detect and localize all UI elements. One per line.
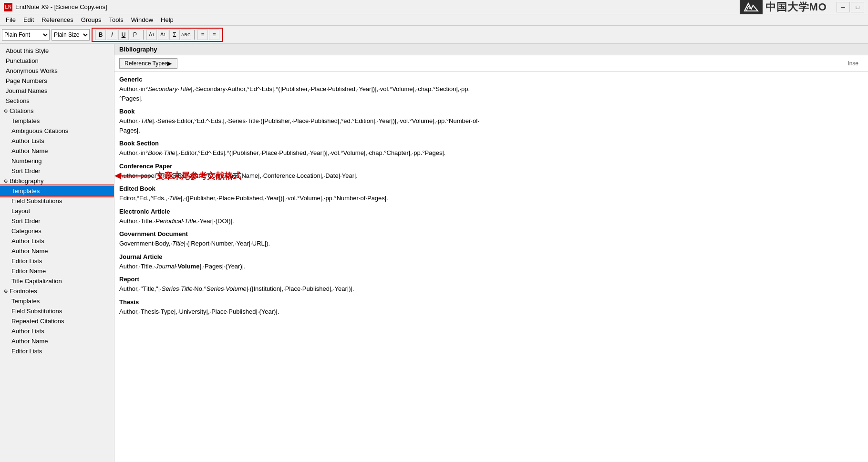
ref-type-editedbook: Edited Book — [119, 185, 863, 192]
content-area: Bibliography Reference Types▶ Inse Gener… — [114, 44, 868, 462]
ref-type-report: Report — [119, 276, 863, 283]
ref-type-book: Book — [119, 108, 863, 115]
menu-window[interactable]: Window — [127, 15, 157, 24]
sidebar-item-anonymous[interactable]: Anonymous Works — [0, 66, 114, 76]
symbol-button[interactable]: Σ — [169, 30, 180, 40]
font-select[interactable]: Plain Font — [2, 29, 50, 41]
sidebar-item-editorname[interactable]: Editor Name — [0, 266, 114, 276]
sidebar-item-sections[interactable]: Sections — [0, 96, 114, 106]
size-select[interactable]: Plain Size — [52, 29, 90, 41]
sidebar-item-bibliography-authorlists[interactable]: Author Lists — [0, 236, 114, 246]
sidebar-item-footnotes-authorname[interactable]: Author Name — [0, 336, 114, 346]
sidebar-item-punctuation[interactable]: Punctuation — [0, 56, 114, 66]
title-bar: EN EndNote X9 - [Science Copy.ens] 中国大学M… — [0, 0, 868, 14]
ref-template-conference: Author,·paper°presented°at°the°Conferenc… — [119, 171, 863, 181]
ref-template-electronic: Author,·Title.·Periodical·Title.·Year|·(… — [119, 216, 863, 226]
menu-groups[interactable]: Groups — [77, 15, 105, 24]
svg-rect-0 — [743, 0, 760, 14]
ref-template-thesis: Author,·Thesis·Type|,·University|,·Place… — [119, 307, 863, 317]
ref-type-electronic: Electronic Article — [119, 208, 863, 215]
expand-footnotes-icon: ⊖ — [4, 288, 8, 294]
sidebar-group-citations-label: Citations — [10, 107, 34, 114]
menu-bar: File Edit References Groups Tools Window… — [0, 14, 868, 26]
ref-type-generic: Generic — [119, 76, 863, 83]
menu-references[interactable]: References — [38, 15, 77, 24]
underline-button[interactable]: U — [118, 30, 129, 40]
brand-text: 中国大学MO — [765, 0, 827, 14]
align-right-button[interactable]: ≡ — [209, 30, 219, 40]
ref-type-booksection: Book Section — [119, 140, 863, 147]
maximize-button[interactable]: □ — [851, 2, 864, 12]
sidebar-item-footnotes-authorlists[interactable]: Author Lists — [0, 326, 114, 336]
sidebar-item-fieldsubstitutions[interactable]: Field Substitutions — [0, 196, 114, 206]
minimize-button[interactable]: ─ — [837, 2, 850, 12]
menu-tools[interactable]: Tools — [105, 15, 127, 24]
ref-type-conference: Conference Paper — [119, 163, 863, 170]
window-title: EndNote X9 - [Science Copy.ens] — [15, 3, 740, 10]
sidebar-item-titlecap[interactable]: Title Capitalization — [0, 276, 114, 286]
superscript-button[interactable]: A1 — [146, 30, 157, 40]
ref-template-generic: Author,·in°Secondary·Title|,·Secondary·A… — [119, 84, 863, 103]
ref-template-editedbook: Editor,°Ed.,^Eds.,·Title|,·(|Publisher,·… — [119, 194, 863, 203]
brand-icon — [740, 0, 763, 16]
ref-types-bar: Reference Types▶ Inse — [114, 55, 868, 72]
ref-template-booksection: Author,·in°Book·Title|,·Editor,°Ed^·Eds|… — [119, 148, 863, 158]
sidebar-group-footnotes[interactable]: ⊖ Footnotes — [0, 286, 114, 296]
ref-type-thesis: Thesis — [119, 298, 863, 306]
sidebar-item-footnotes-editorlists[interactable]: Editor Lists — [0, 346, 114, 356]
sidebar-item-footnotes-fieldsubstitutions[interactable]: Field Substitutions — [0, 306, 114, 316]
sidebar-group-footnotes-label: Footnotes — [10, 287, 37, 295]
menu-file[interactable]: File — [2, 15, 20, 24]
subscript-button[interactable]: A1 — [158, 30, 168, 40]
sidebar-item-about[interactable]: About this Style — [0, 46, 114, 56]
sidebar-item-editorlists[interactable]: Editor Lists — [0, 256, 114, 266]
bold-button[interactable]: B — [95, 30, 106, 40]
sidebar-item-layout[interactable]: Layout — [0, 206, 114, 216]
separator-2 — [194, 30, 195, 40]
sidebar: About this Style Punctuation Anonymous W… — [0, 44, 114, 462]
ref-type-government: Government Document — [119, 230, 863, 237]
format-toolbar: B I U P A1 A1 Σ ABC ≡ ≡ — [92, 28, 223, 42]
plain-button[interactable]: P — [130, 30, 140, 40]
sidebar-item-numbering[interactable]: Numbering — [0, 156, 114, 166]
sidebar-item-citations-sortorder[interactable]: Sort Order — [0, 166, 114, 176]
italic-button[interactable]: I — [107, 30, 117, 40]
inse-label: Inse — [847, 60, 863, 67]
menu-help[interactable]: Help — [157, 15, 177, 24]
sidebar-item-citations-templates[interactable]: Templates — [0, 116, 114, 126]
ref-template-government: Government·Body,·Title|·(|Report·Number,… — [119, 239, 863, 248]
bib-header: Bibliography — [114, 44, 868, 55]
sidebar-item-footnotes-templates[interactable]: Templates — [0, 296, 114, 306]
smallcaps-button[interactable]: ABC — [181, 30, 191, 40]
sidebar-item-repeated-citations[interactable]: Repeated Citations — [0, 316, 114, 326]
sidebar-item-bibliography-templates[interactable]: Templates — [0, 186, 114, 196]
ref-types-button[interactable]: Reference Types▶ — [119, 58, 177, 69]
separator-1 — [143, 30, 144, 40]
ref-template-report: Author,·"Title,"|·Series·Title·No.°Serie… — [119, 284, 863, 294]
sidebar-item-categories[interactable]: Categories — [0, 226, 114, 236]
sidebar-group-bibliography-label: Bibliography — [10, 177, 44, 185]
ref-template-journal: Author,·Title.·Journal·Volume|,·Pages|·(… — [119, 262, 863, 271]
sidebar-item-bibliography-sortorder[interactable]: Sort Order — [0, 216, 114, 226]
toolbar: Plain Font Plain Size B I U P A1 A1 Σ AB… — [0, 26, 868, 44]
expand-bibliography-icon: ⊖ — [4, 178, 8, 184]
align-left-button[interactable]: ≡ — [197, 30, 208, 40]
sidebar-group-bibliography[interactable]: ⊖ Bibliography — [0, 176, 114, 186]
sidebar-item-citations-authorname[interactable]: Author Name — [0, 146, 114, 156]
sidebar-group-citations[interactable]: ⊖ Citations — [0, 106, 114, 116]
sidebar-item-ambiguous[interactable]: Ambiguous Citations — [0, 126, 114, 136]
reference-content: Generic Author,·in°Secondary·Title|,·Sec… — [114, 72, 868, 323]
expand-citations-icon: ⊖ — [4, 108, 8, 113]
sidebar-item-bibliography-authorname[interactable]: Author Name — [0, 246, 114, 256]
sidebar-item-journalnames[interactable]: Journal Names — [0, 86, 114, 96]
ref-template-book: Author,·Title|.·Series·Editor,°Ed.^·Eds.… — [119, 116, 863, 135]
ref-type-journal: Journal Article — [119, 253, 863, 260]
menu-edit[interactable]: Edit — [20, 15, 38, 24]
sidebar-item-pagenumbers[interactable]: Page Numbers — [0, 76, 114, 86]
app-logo: EN — [4, 3, 12, 11]
sidebar-item-citations-authorlists[interactable]: Author Lists — [0, 136, 114, 146]
window-controls[interactable]: ─ □ — [837, 2, 864, 12]
